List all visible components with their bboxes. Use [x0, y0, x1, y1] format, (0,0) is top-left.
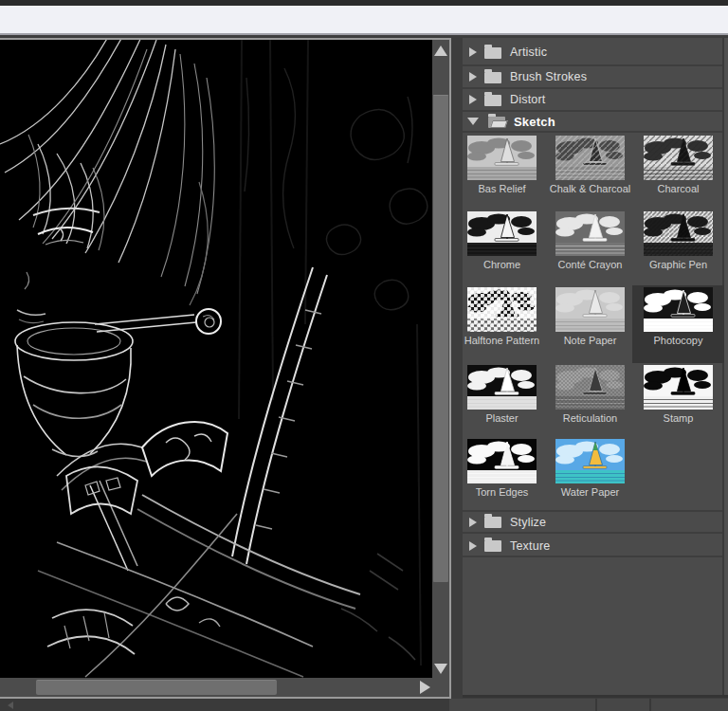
folder-icon: [484, 95, 501, 106]
filter-thumbnail-graphic-pen[interactable]: Graphic Pen: [644, 211, 713, 256]
window-bottom-strip-right: [449, 699, 728, 711]
filter-thumbnail-halftone-pattern[interactable]: Halftone Pattern: [467, 287, 537, 332]
filter-thumbnail-label: Water Paper: [545, 486, 635, 498]
strip-divider: [649, 699, 651, 711]
filter-thumbnail-reticulation[interactable]: Reticulation: [555, 365, 625, 410]
filter-thumbnail-label: Torn Edges: [457, 486, 547, 498]
filter-thumbnail-label: Reticulation: [545, 412, 635, 424]
category-stylize[interactable]: Stylize: [463, 512, 722, 534]
filter-thumbnail-label: Note Paper: [545, 335, 635, 346]
folder-icon: [484, 540, 501, 552]
filter-thumbnail-chalk-charcoal[interactable]: Chalk & Charcoal: [555, 136, 625, 180]
filter-thumbnail-label: Charcoal: [633, 183, 723, 194]
expand-arrow-icon[interactable]: [469, 72, 477, 82]
filter-preview-image[interactable]: [644, 211, 713, 256]
filter-preview-image[interactable]: [467, 136, 537, 180]
panel-edge-strip: [724, 38, 728, 695]
dialog-titlebar: [0, 6, 728, 35]
scroll-up-button[interactable]: [432, 43, 449, 58]
filter-panel: ArtisticBrush StrokesDistortSketchStyliz…: [463, 38, 728, 698]
photocopy-artwork: [0, 40, 432, 678]
category-label: Distort: [510, 93, 546, 106]
filter-thumbnail-note-paper[interactable]: Note Paper: [555, 287, 625, 332]
preview-image[interactable]: [0, 40, 432, 678]
panel-separator: [463, 510, 722, 512]
window-bottom-strip-left: [0, 699, 449, 711]
arrow-down-icon: [434, 664, 447, 674]
filter-preview-image[interactable]: [467, 211, 537, 256]
category-artistic[interactable]: Artistic: [463, 40, 722, 66]
filter-preview-image[interactable]: [555, 287, 625, 332]
category-distort[interactable]: Distort: [463, 89, 722, 112]
filter-preview-image[interactable]: [644, 136, 713, 180]
filter-preview-image[interactable]: [555, 211, 625, 256]
filter-preview-image[interactable]: [644, 365, 713, 410]
folder-open-icon: [488, 117, 505, 128]
filter-preview-image[interactable]: [555, 439, 625, 483]
arrow-up-icon: [434, 46, 447, 56]
expand-arrow-icon[interactable]: [469, 541, 477, 551]
filter-thumbnail-label: Graphic Pen: [633, 259, 723, 270]
category-label: Texture: [510, 539, 550, 553]
filter-preview-image[interactable]: [555, 136, 625, 180]
arrow-right-icon: [420, 681, 430, 694]
clipped-scroll-arrow-icon: [8, 702, 13, 709]
category-label: Brush Strokes: [510, 70, 587, 83]
filter-thumbnail-cont-crayon[interactable]: Conté Crayon: [555, 211, 625, 256]
scroll-right-button[interactable]: [417, 680, 433, 695]
filter-thumbnail-label: Plaster: [457, 412, 547, 424]
filter-thumbnail-label: Bas Relief: [457, 183, 547, 194]
filter-thumbnail-label: Halftone Pattern: [457, 335, 547, 346]
filter-preview-image[interactable]: [467, 287, 537, 332]
category-label: Stylize: [510, 516, 546, 529]
category-texture[interactable]: Texture: [463, 536, 722, 557]
filter-thumbnail-chrome[interactable]: Chrome: [467, 211, 537, 256]
filter-thumbnail-label: Conté Crayon: [545, 259, 635, 270]
folder-icon: [484, 47, 501, 59]
filter-preview-image[interactable]: [644, 287, 713, 332]
filter-thumbnail-photocopy[interactable]: Photocopy: [644, 287, 713, 332]
category-sketch[interactable]: Sketch: [463, 112, 722, 133]
filter-preview-image[interactable]: [467, 365, 537, 410]
expand-arrow-icon[interactable]: [469, 518, 477, 527]
vertical-scrollbar[interactable]: [432, 40, 449, 678]
expand-arrow-icon[interactable]: [469, 95, 477, 104]
folder-icon: [484, 517, 501, 528]
filter-thumbnail-water-paper[interactable]: Water Paper: [555, 439, 625, 483]
filter-thumbnail-plaster[interactable]: Plaster: [467, 365, 537, 410]
strip-divider: [595, 699, 597, 711]
filter-thumbnail-label: Photocopy: [633, 335, 723, 346]
filter-thumbnail-label: Chalk & Charcoal: [545, 183, 635, 194]
vertical-scroll-thumb[interactable]: [433, 95, 448, 582]
horizontal-scroll-thumb[interactable]: [36, 680, 277, 695]
folder-icon: [484, 72, 501, 83]
category-brush-strokes[interactable]: Brush Strokes: [463, 66, 722, 89]
horizontal-scrollbar[interactable]: [0, 678, 449, 697]
collapse-arrow-icon[interactable]: [467, 118, 479, 125]
filter-thumbnail-torn-edges[interactable]: Torn Edges: [467, 439, 537, 483]
filter-thumbnail-charcoal[interactable]: Charcoal: [644, 136, 713, 180]
filter-thumbnail-label: Chrome: [457, 259, 547, 270]
filter-preview-image[interactable]: [467, 439, 537, 483]
category-label: Artistic: [510, 46, 547, 59]
expand-arrow-icon[interactable]: [469, 47, 477, 57]
preview-frame: [0, 38, 451, 699]
filter-thumbnail-label: Stamp: [633, 412, 723, 424]
filter-thumbnail-stamp[interactable]: Stamp: [644, 365, 713, 410]
filter-preview-image[interactable]: [555, 365, 625, 410]
category-label: Sketch: [514, 115, 555, 129]
scroll-down-button[interactable]: [432, 661, 449, 676]
filter-thumbnail-bas-relief[interactable]: Bas Relief: [467, 136, 537, 180]
